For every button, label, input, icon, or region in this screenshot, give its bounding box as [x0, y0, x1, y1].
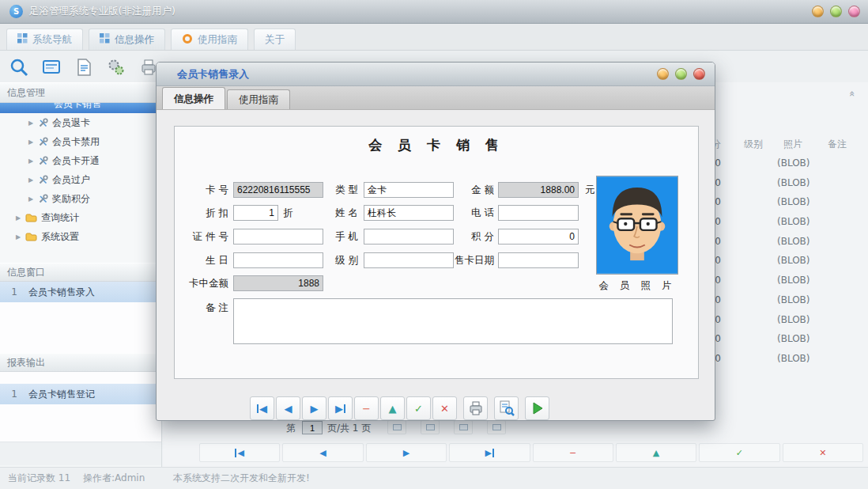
tree-item-label: 系统设置 — [41, 230, 79, 244]
minus-icon: − — [362, 403, 371, 415]
panel-header-info-window[interactable]: 信息窗口 — [0, 263, 161, 282]
next-record-button[interactable]: ▶ — [302, 396, 326, 420]
search-button[interactable] — [6, 55, 32, 80]
birthday-label: 生 日 — [179, 252, 228, 268]
discount-field[interactable] — [233, 205, 278, 221]
chevron-right-icon[interactable]: ▶ — [28, 138, 36, 146]
card-no-field[interactable] — [233, 182, 323, 198]
dialog-tab-guide[interactable]: 使用指南 — [227, 89, 290, 109]
chevron-right-icon[interactable]: ▶ — [28, 195, 36, 203]
next-record-icon: ▶ — [403, 448, 409, 458]
remark-textarea[interactable] — [233, 298, 673, 344]
execute-button[interactable] — [525, 396, 549, 420]
chevron-right-icon[interactable]: ▶ — [28, 157, 36, 165]
panel-header-info-management[interactable]: 信息管理 — [0, 82, 161, 103]
card-type-field[interactable] — [364, 182, 454, 198]
nav-next-button[interactable]: ▶ — [366, 443, 447, 462]
ribbon-tab-info-ops[interactable]: 信息操作 — [89, 28, 165, 50]
amount-field[interactable] — [498, 182, 579, 198]
tree-item-member-transfer[interactable]: ▶ 会员过户 — [0, 170, 161, 189]
mobile-field[interactable] — [364, 229, 454, 244]
page-number-input[interactable] — [302, 421, 323, 434]
last-record-icon: ▶ — [335, 403, 343, 415]
dialog-titlebar: 会员卡销售录入 — [157, 63, 715, 86]
tree-item-card-refund[interactable]: ▶ 会员退卡 — [0, 113, 161, 132]
phone-field[interactable] — [498, 205, 579, 221]
id-no-field[interactable] — [233, 229, 323, 244]
first-record-button[interactable]: ◀ — [250, 396, 274, 420]
last-record-icon: ▶ — [485, 448, 492, 458]
last-record-button[interactable]: ▶ — [328, 396, 353, 420]
ribbon-tab-system-nav[interactable]: 系统导航 — [6, 28, 83, 50]
cell-photo: (BLOB) — [777, 212, 810, 232]
nav-delete-button[interactable]: − — [533, 443, 613, 462]
level-field[interactable] — [364, 252, 454, 268]
chevron-right-icon[interactable]: ▶ — [16, 233, 24, 241]
grid-icon — [100, 33, 110, 46]
sidebar: 信息管理 会员卡销售 ▶ 会员退卡 ▶ 会员卡禁用 ▶ 会员卡开通 ▶ — [0, 82, 162, 467]
tree-item-card-activate[interactable]: ▶ 会员卡开通 — [0, 151, 161, 170]
post-edit-button[interactable]: ✓ — [406, 396, 431, 420]
points-field[interactable] — [498, 229, 579, 244]
settings-button[interactable] — [104, 55, 129, 80]
nav-cancel-button[interactable]: ✕ — [783, 443, 863, 462]
cell-photo: (BLOB) — [777, 271, 810, 290]
id-no-label: 证 件 号 — [179, 229, 228, 244]
pager-tool-button[interactable] — [387, 420, 406, 434]
card-balance-field[interactable] — [233, 275, 323, 291]
nav-post-button[interactable]: ✓ — [699, 443, 779, 462]
dialog-maximize-button[interactable] — [675, 68, 687, 80]
column-header-photo[interactable]: 照片 — [783, 135, 802, 154]
dialog-close-button[interactable] — [693, 68, 705, 80]
pager-tool-button[interactable] — [454, 420, 473, 434]
document-icon — [74, 57, 94, 78]
member-card-button[interactable] — [39, 55, 64, 80]
delete-record-button[interactable]: − — [354, 396, 379, 420]
tree-item-card-disable[interactable]: ▶ 会员卡禁用 — [0, 132, 161, 151]
report-item-card-sales-register[interactable]: 1 会员卡销售登记 — [0, 384, 161, 404]
close-button[interactable] — [848, 6, 860, 17]
chevron-right-icon[interactable]: ▶ — [28, 119, 36, 127]
member-photo-caption: 会 员 照 片 — [596, 279, 678, 293]
nav-edit-button[interactable]: ▲ — [616, 443, 696, 462]
column-header-note[interactable]: 备注 — [828, 135, 847, 154]
name-field[interactable] — [364, 205, 454, 221]
cross-icon: ✕ — [440, 403, 449, 415]
nav-first-button[interactable]: ◀ — [199, 443, 280, 462]
document-button[interactable] — [71, 55, 96, 80]
print-button[interactable] — [463, 396, 488, 420]
collapse-panel-button[interactable]: « — [846, 87, 860, 100]
tree-item-label: 查询统计 — [41, 211, 79, 225]
tree-folder-query-stats[interactable]: ▶ 查询统计 — [0, 208, 161, 227]
panel-header-report-output[interactable]: 报表输出 — [0, 353, 161, 372]
dialog-minimize-button[interactable] — [657, 68, 669, 80]
info-window-item-card-sales-entry[interactable]: 1 会员卡销售录入 — [0, 282, 161, 302]
tree-item-reward-points[interactable]: ▶ 奖励积分 — [0, 189, 161, 208]
cell-photo: (BLOB) — [777, 192, 810, 212]
ribbon-tab-guide[interactable]: 使用指南 — [171, 28, 248, 50]
maximize-button[interactable] — [830, 6, 842, 17]
nav-last-button[interactable]: ▶ — [449, 443, 530, 462]
tree-item-card-sales[interactable]: 会员卡销售 — [0, 103, 161, 113]
cancel-edit-button[interactable]: ✕ — [432, 396, 457, 420]
bottom-nav-bar: ◀ ◀ ▶ ▶ − ▲ ✓ ✕ — [199, 443, 863, 462]
ribbon-tab-about[interactable]: 关于 — [254, 28, 296, 50]
record-navigator: ◀ ◀ ▶ ▶ − ▲ ✓ ✕ — [250, 396, 549, 420]
chevron-right-icon[interactable]: ▶ — [28, 176, 36, 184]
pager-tool-button[interactable] — [421, 420, 440, 434]
edit-record-button[interactable]: ▲ — [380, 396, 405, 420]
window-controls — [812, 6, 860, 17]
birthday-field[interactable] — [233, 252, 323, 268]
member-photo[interactable] — [596, 176, 678, 275]
column-header-level[interactable]: 级别 — [744, 135, 763, 154]
prev-record-button[interactable]: ◀ — [276, 396, 300, 420]
chevron-right-icon[interactable]: ▶ — [16, 214, 24, 222]
tree-folder-system-settings[interactable]: ▶ 系统设置 — [0, 227, 161, 246]
sale-date-field[interactable] — [498, 252, 579, 268]
nav-prev-button[interactable]: ◀ — [282, 443, 363, 462]
preview-button[interactable] — [494, 396, 519, 420]
pager-tool-button[interactable] — [487, 420, 506, 434]
amount-label: 金 额 — [453, 182, 494, 198]
dialog-tab-info-ops[interactable]: 信息操作 — [162, 87, 225, 109]
minimize-button[interactable] — [812, 6, 824, 17]
